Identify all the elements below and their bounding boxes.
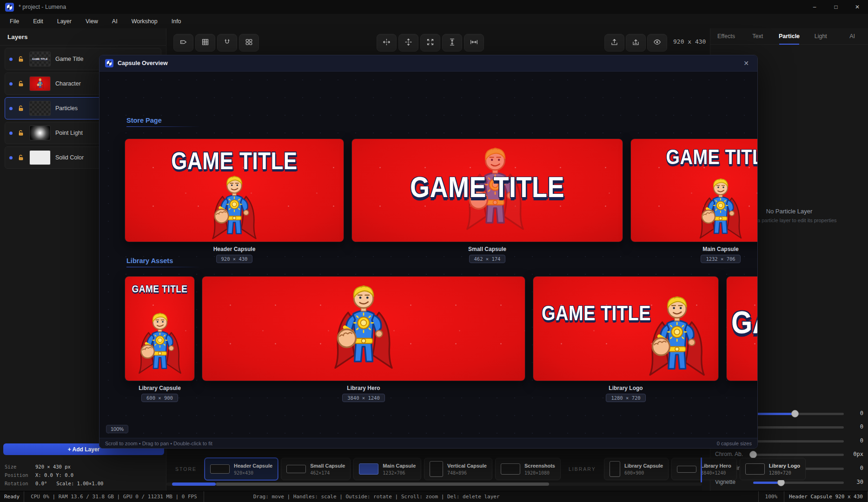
- slider-value: 0: [860, 437, 863, 444]
- slider-track[interactable]: [753, 413, 844, 415]
- scrollbar-indicator: [172, 482, 216, 486]
- transform-label: Size: [5, 464, 35, 469]
- capsule-bar-item-small-capsule[interactable]: Small Capsule462×174: [281, 458, 351, 480]
- capsule-shape-preview: [745, 463, 765, 475]
- capsule-shape-preview: [501, 463, 520, 475]
- tab-ai[interactable]: AI: [836, 28, 868, 44]
- capsule-size-badge: 920 × 430: [216, 255, 253, 263]
- toolbar-button-capsule-layout[interactable]: [239, 34, 259, 52]
- transform-info-panel: Size920 × 430 pxPositionX: 0.0 Y: 0.0Rot…: [0, 462, 166, 488]
- capsule-hero-character: [205, 172, 264, 242]
- slider-track[interactable]: [753, 482, 844, 484]
- capsule-bar-item-library-logo[interactable]: Library Logo1280×720: [740, 458, 806, 480]
- capsule-shape-preview: [359, 463, 378, 475]
- slider-track[interactable]: [753, 454, 844, 456]
- tab-particle[interactable]: Particle: [774, 28, 805, 44]
- lock-open-icon[interactable]: [17, 105, 25, 112]
- slider-handle[interactable]: [749, 451, 757, 458]
- modal-zoom-badge: 100%: [106, 425, 128, 433]
- transform-value: X: 0.0 Y: 0.0: [35, 472, 73, 478]
- toolbar-button-align-center-v[interactable]: [398, 34, 418, 52]
- visibility-dot[interactable]: [9, 82, 13, 86]
- layer-thumbnail: [29, 126, 51, 140]
- toolbar-button-align-center-h[interactable]: [377, 34, 397, 52]
- tab-text[interactable]: Text: [742, 28, 774, 44]
- visibility-dot[interactable]: [9, 132, 13, 135]
- capsule-name: Library Hero: [202, 385, 525, 391]
- lock-open-icon[interactable]: [17, 80, 25, 87]
- visibility-dot[interactable]: [9, 58, 13, 61]
- capsule-hero-character: [693, 175, 749, 242]
- toolbar-button-eye[interactable]: [647, 34, 667, 52]
- capsule-caption: Library Logo1280 × 720: [533, 385, 718, 402]
- modal-header: Capsule Overview ✕: [99, 55, 757, 72]
- layer-label: Character: [55, 80, 81, 87]
- capsule-preview-main-capsule[interactable]: GAME TITLE: [631, 139, 757, 242]
- layers-panel-title: Layers: [0, 28, 166, 46]
- capsule-item-name: Library Capsule: [624, 463, 663, 469]
- capsule-item-text: Small Capsule462×174: [310, 463, 345, 476]
- capsule-preview-small-capsule[interactable]: GAME TITLE: [352, 139, 623, 242]
- menu-item-file[interactable]: File: [3, 18, 26, 25]
- visibility-dot[interactable]: [9, 107, 13, 110]
- toolbar-button-grid[interactable]: [195, 34, 215, 52]
- close-button[interactable]: ✕: [847, 0, 868, 14]
- layer-label: Solid Color: [55, 154, 84, 161]
- menu-item-info[interactable]: Info: [165, 18, 188, 25]
- slider-value: 0: [860, 423, 863, 430]
- capsule-bar-item-vertical-capsule[interactable]: Vertical Capsule748×896: [424, 458, 492, 480]
- maximize-button[interactable]: □: [825, 0, 847, 14]
- slider-value: 0: [860, 465, 863, 471]
- lock-open-icon[interactable]: [17, 55, 25, 63]
- toolbar-button-distribute-v[interactable]: [442, 34, 462, 52]
- lock-open-icon[interactable]: [17, 129, 25, 137]
- lock-open-icon[interactable]: [17, 154, 25, 161]
- capsule-bar-divider: [701, 457, 702, 482]
- capsule-preview-clipped[interactable]: GAME TITLE: [727, 277, 757, 381]
- capsule-bar-item-library-capsule[interactable]: Library Capsule600×900: [604, 458, 669, 480]
- layer-thumbnail: [29, 76, 51, 91]
- titlebar: * project - Lumena – □ ✕: [0, 0, 868, 14]
- capsule-preview-library-capsule[interactable]: GAME TITLE: [125, 277, 194, 381]
- app-window: * project - Lumena – □ ✕ FileEditLayerVi…: [0, 0, 868, 502]
- tab-light[interactable]: Light: [805, 28, 836, 44]
- slider-label: Chrom. Ab.: [715, 451, 743, 457]
- capsule-bar-scrollbar[interactable]: [166, 482, 702, 486]
- toolbar-button-magnet[interactable]: [217, 34, 237, 52]
- capsule-art-title: GAME TITLE: [631, 147, 757, 167]
- scrollbar-thumb[interactable]: [216, 482, 549, 486]
- slider-handle[interactable]: [791, 410, 799, 417]
- modal-close-icon[interactable]: ✕: [741, 59, 752, 67]
- capsule-preview-header-capsule[interactable]: GAME TITLE: [125, 139, 344, 242]
- toolbar-button-tag[interactable]: [173, 34, 193, 52]
- slider-value: 0: [860, 410, 863, 416]
- menu-item-layer[interactable]: Layer: [50, 18, 79, 25]
- tab-effects[interactable]: Effects: [710, 28, 742, 44]
- capsule-name: Main Capsule: [631, 246, 757, 252]
- capsule-preview-library-logo[interactable]: GAME TITLE: [533, 277, 718, 381]
- capsule-bar-item-library-hero[interactable]: Library Hero3840×1240: [671, 458, 736, 480]
- menu-item-workshop[interactable]: Workshop: [125, 18, 165, 25]
- toolbar-button-distribute-h[interactable]: [464, 34, 484, 52]
- capsule-bar-item-main-capsule[interactable]: Main Capsule1232×706: [353, 458, 421, 480]
- modal-body[interactable]: Store Page Library Assets 100% GAME TITL…: [99, 71, 757, 438]
- distribute-v-icon: [448, 38, 457, 48]
- capsule-bar-item-screenshots[interactable]: Screenshots1920×1080: [495, 458, 561, 480]
- toolbar-button-export[interactable]: [604, 34, 624, 52]
- minimize-button[interactable]: –: [804, 0, 825, 14]
- toolbar-button-import[interactable]: [626, 34, 646, 52]
- capsule-preview-library-hero[interactable]: [202, 277, 525, 381]
- toolbar-button-fit-view[interactable]: [420, 34, 440, 52]
- visibility-dot[interactable]: [9, 156, 13, 159]
- slider-track[interactable]: [753, 426, 844, 429]
- capsule-item-size: 462×174: [310, 470, 345, 476]
- menu-item-ai[interactable]: AI: [105, 18, 125, 25]
- transform-value: 0.0°: [35, 481, 47, 486]
- capsule-shape-preview: [430, 461, 443, 477]
- slider-track[interactable]: [753, 440, 844, 443]
- menu-item-edit[interactable]: Edit: [26, 18, 50, 25]
- menu-item-view[interactable]: View: [79, 18, 105, 25]
- capsule-bar-item-header-capsule[interactable]: Header Capsule920×430: [205, 458, 278, 480]
- capsule-caption: Library Capsule600 × 900: [125, 385, 194, 402]
- capsule-shape-preview: [677, 466, 696, 473]
